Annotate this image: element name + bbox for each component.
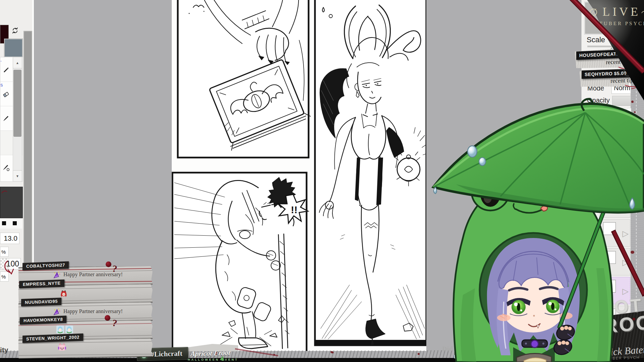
choker-gem <box>531 340 538 348</box>
brush-preview-pane <box>0 187 23 218</box>
event-subtitle: HALLOWEEN EVENT <box>188 358 238 361</box>
brush-tip-square[interactable] <box>13 221 17 225</box>
live-prefix-icon: ∅ <box>589 6 600 18</box>
rotate-canvas-icon[interactable] <box>11 27 19 34</box>
red-ball-decoration <box>106 261 111 267</box>
live-label: LIVE <box>602 5 641 19</box>
chat-username[interactable]: NUUNDAVID95 <box>21 298 61 306</box>
tool-scroll-up-button[interactable]: ▲ <box>13 57 22 68</box>
brush-tip-row <box>0 219 22 229</box>
live-badge: ∅ LIVE <box>589 5 644 19</box>
brush-stroke-preview <box>1 189 11 196</box>
stream-screen: !! <box>0 0 644 362</box>
red-ball-decoration <box>105 315 110 321</box>
chat-message: Happy Partner anniversary! <box>63 308 123 314</box>
eraser-icon <box>2 90 10 98</box>
chat-overlay: COBALTYOSHI27 Happy Partner anniversary!… <box>12 259 157 359</box>
brush-size-field[interactable]: 13.0 <box>0 233 19 244</box>
squiggle-icon <box>641 10 644 16</box>
twin-heads-emote <box>56 325 73 334</box>
percent-field[interactable]: % <box>0 247 9 257</box>
party-horn-emote <box>53 271 61 279</box>
pink-cat-emote <box>57 343 67 352</box>
brush-tip-square[interactable] <box>2 221 6 225</box>
tool-shortcut-label: - <box>0 59 2 63</box>
tool-scroll-down-button[interactable]: ▼ <box>13 170 22 182</box>
leaf-umbrella <box>433 99 644 212</box>
background-color-swatch[interactable] <box>4 39 22 57</box>
drawing-canvas[interactable]: !! <box>172 0 426 351</box>
scale-label: Scale <box>587 36 605 44</box>
event-triangle-icon <box>220 356 225 361</box>
blend-brush-icon <box>2 164 10 172</box>
chat-username[interactable]: EMPRESS_NYTE <box>19 280 64 289</box>
brush-icon <box>2 114 10 122</box>
live-subtitle: VTUBER PSYCHO <box>594 21 644 26</box>
tool-shortcut-label: S <box>0 83 3 87</box>
tool-scrollbar-thumb[interactable] <box>13 70 21 137</box>
demon-girl-emote <box>59 290 68 298</box>
vtuber-avatar <box>416 94 644 362</box>
svg-text:!!: !! <box>291 204 298 215</box>
party-horn-emote <box>53 308 61 316</box>
manga-sketch-art: !! <box>172 0 426 351</box>
pen-icon <box>2 65 10 73</box>
